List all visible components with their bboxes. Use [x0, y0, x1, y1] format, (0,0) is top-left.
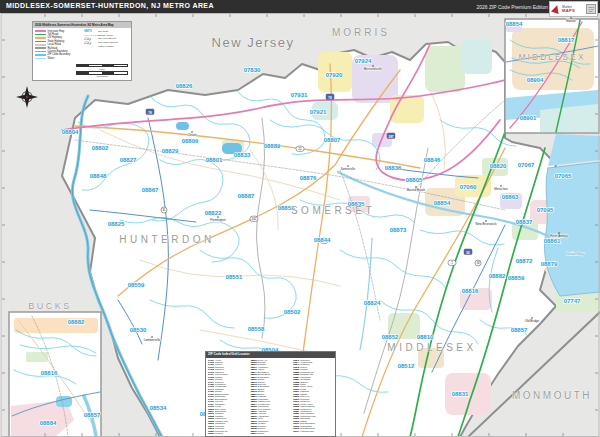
- county-label: BUCKS: [28, 301, 72, 311]
- zip-code-label: 08816: [41, 370, 58, 376]
- zip-index-entry: 08837Edison: [251, 432, 291, 434]
- interstate-shield-number: 78: [328, 96, 332, 100]
- town-label: Bound Brook: [407, 188, 425, 192]
- legend-sample-label: Water Feature: [98, 45, 114, 48]
- publisher-logo: Market MAPS MarketMAPS.com: [549, 1, 598, 17]
- zip-code-label: 08889: [264, 143, 281, 149]
- zip-code-label: 08872: [516, 258, 533, 264]
- km-scale-label: Kilometers: [76, 75, 128, 77]
- interstate-shield-number: 95: [466, 251, 470, 255]
- map-region: [56, 396, 72, 407]
- zip-code-label: 07095: [537, 207, 554, 213]
- zip-code-label: 08817: [558, 37, 575, 43]
- zip-code-label: 08833: [234, 152, 251, 158]
- town-label: Metuchen: [494, 187, 508, 191]
- map-region: [176, 122, 189, 130]
- zip-code-label: 07931: [291, 92, 308, 98]
- map-region: [462, 40, 492, 74]
- zip-code-label: 08822: [205, 210, 222, 216]
- zip-code-label: 08809: [182, 138, 199, 144]
- zip-index-body: 07001Avenel07008Carteret07059Warren07060…: [206, 358, 335, 437]
- town-dot: [500, 185, 502, 187]
- zip-code-label: 08854: [506, 21, 523, 27]
- zip-code-label: 07830: [244, 67, 261, 73]
- town-dot: [570, 17, 572, 19]
- map-region: [26, 352, 48, 362]
- zip-code-label: 08867: [142, 187, 159, 193]
- logo-side-text: MarketMAPS.com: [586, 4, 596, 14]
- county-label: SOMERSET: [291, 205, 375, 216]
- county-label: MONMOUTH: [512, 390, 592, 401]
- zip-code-label: 08837: [516, 219, 533, 225]
- legend-line-item: Water: [35, 57, 84, 60]
- zip-code-label: 08854: [434, 200, 451, 206]
- county-label: MORRIS: [332, 27, 390, 38]
- miles-scale-bar: [76, 64, 128, 68]
- town-label: Somerville: [341, 167, 356, 171]
- zip-code-label: 08820: [490, 163, 507, 169]
- zip-code-label: 08558: [248, 326, 265, 332]
- county-label: MIDDLESEX: [387, 342, 476, 353]
- town-dot: [217, 216, 219, 218]
- zip-code-label: 08805: [406, 177, 423, 183]
- map-dot: [26, 96, 28, 98]
- town-dot: [151, 336, 153, 338]
- zip-code-index: ZIP Code Index/Grid Locator 07001Avenel0…: [205, 351, 336, 437]
- zip-code-label: 07060: [460, 184, 477, 190]
- logo-brand: Market MAPS: [562, 6, 575, 13]
- legend-line-swatch: [35, 34, 46, 36]
- town-dot: [485, 220, 487, 222]
- legend-line-swatch: [35, 44, 46, 46]
- zip-code-label: 08826: [176, 83, 193, 89]
- town-dot: [191, 131, 193, 133]
- zip-code-label: 08551: [226, 274, 243, 280]
- zip-code-label: 08859: [508, 275, 525, 281]
- map-title: MIDDLESEX-SOMERSET-HUNTERDON, NJ METRO A…: [6, 2, 214, 9]
- logo-side-line: .com: [588, 10, 594, 12]
- legend-line-symbols: Interstate Hwy.Toll RoadUS HighwayState …: [35, 30, 84, 61]
- map-area: 7878287952220220613118FlemingtonClintonS…: [0, 0, 600, 437]
- zip-code-label: 08801: [206, 157, 223, 163]
- legend-line-swatch: [35, 58, 46, 60]
- county-label: MIDDLESEX: [518, 52, 585, 62]
- zip-code-label: 08824: [364, 300, 381, 306]
- zip-code-label: 08882: [489, 273, 506, 279]
- us-route-number: 22: [298, 147, 302, 151]
- legend-sample-label: ZIP Code: [98, 30, 109, 33]
- zip-code-label: 08857: [84, 412, 101, 418]
- town-dot: [558, 232, 560, 234]
- zip-code-label: 08901: [520, 115, 537, 121]
- legend-sample-label: City under 25,000: [98, 41, 118, 44]
- town-label: Lambertville: [144, 338, 161, 342]
- interstate-shield-number: 287: [388, 135, 393, 139]
- town-dot: [372, 65, 374, 67]
- town-label: Bernardsville: [364, 67, 382, 71]
- zip-code-label: 08846: [424, 157, 441, 163]
- zip-code-label: 08530: [130, 327, 147, 333]
- zip-code-label: 08836: [385, 165, 402, 171]
- zip-code-label: 08861: [544, 238, 561, 244]
- town-label: Clinton: [187, 133, 197, 137]
- town-label: Old Bridge: [525, 319, 540, 323]
- zip-index-entry: 08551Ringoes: [208, 432, 248, 434]
- zip-code-label: 07920: [326, 72, 343, 78]
- legend-line-swatch: [35, 54, 46, 56]
- legend-line-swatch: [35, 37, 46, 39]
- zip-code-label: 08852: [382, 334, 399, 340]
- map-path: [544, 162, 600, 296]
- zip-code-label: 08804: [62, 129, 79, 135]
- zip-code-label: 08559: [128, 282, 145, 288]
- town-label: New Brunswick: [475, 222, 497, 226]
- town-dot: [531, 317, 533, 319]
- zip-code-label: 07067: [518, 162, 535, 168]
- map-legend: 2026 Middlesex-Somerset-Hunterdon, NJ Me…: [32, 21, 132, 81]
- legend-line-swatch: [35, 30, 46, 32]
- zip-code-label: 08502: [284, 309, 301, 315]
- edition-label: 2026 ZIP Code Premium Edition: [476, 4, 548, 10]
- county-label: New Jersey: [212, 35, 295, 50]
- zip-code-label: 08879: [541, 261, 558, 267]
- zip-code-label: 08534: [150, 405, 167, 411]
- legend-line-swatch: [35, 47, 46, 49]
- legend-label-samples: 08876ZIP CodeSOMERSETCounty NameCityCity…: [84, 30, 129, 61]
- zip-code-label: 08873: [390, 227, 407, 233]
